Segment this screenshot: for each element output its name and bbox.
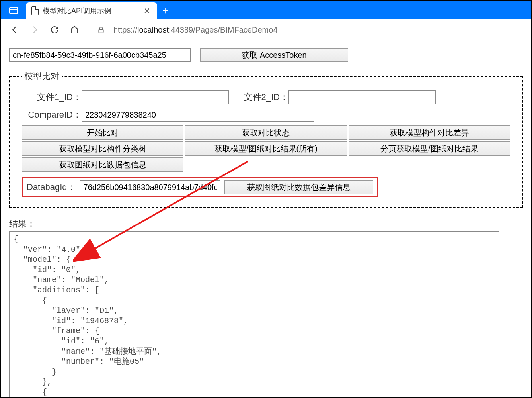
compareid-label: CompareID：	[22, 109, 82, 121]
access-token-input[interactable]	[9, 48, 191, 62]
compareid-row: CompareID：	[22, 108, 510, 122]
get-all-compare-result-button[interactable]: 获取模型/图纸对比结果(所有)	[185, 141, 347, 156]
home-button[interactable]	[66, 22, 82, 38]
compare-fieldset: 模型比对 文件1_ID： 文件2_ID： CompareID： 开始比对 获取对…	[9, 71, 523, 208]
url-host: localhost	[137, 25, 169, 34]
compare-button-grid: 开始比对 获取对比状态 获取模型构件对比差异 获取模型对比构件分类树 获取模型/…	[22, 125, 510, 172]
lock-icon	[94, 24, 108, 36]
file-id-row: 文件1_ID： 文件2_ID：	[22, 90, 510, 104]
url-path: /Pages/BIMFaceDemo4	[193, 25, 277, 34]
tab-title: 模型对比API调用示例	[43, 6, 138, 16]
get-model-compare-tree-button[interactable]: 获取模型对比构件分类树	[22, 141, 183, 156]
toolbar: https://localhost:44389/Pages/BIMFaceDem…	[1, 19, 531, 41]
get-compare-status-button[interactable]: 获取对比状态	[185, 125, 347, 140]
tabs-area: 模型对比API调用示例 ✕	[26, 1, 157, 19]
get-access-token-button[interactable]: 获取 AccessToken	[200, 48, 348, 62]
tab-actions-button[interactable]	[1, 1, 26, 19]
url-port: :44389	[169, 25, 193, 34]
get-databag-diff-button[interactable]: 获取图纸对比数据包差异信息	[224, 180, 373, 194]
get-drawing-databag-info-button[interactable]: 获取图纸对比数据包信息	[22, 157, 183, 172]
databag-label: DatabagId：	[27, 181, 76, 193]
get-paged-compare-result-button[interactable]: 分页获取模型/图纸对比结果	[349, 141, 510, 156]
browser-window: 模型对比API调用示例 ✕ ＋ https://localhost:44389/…	[0, 0, 532, 398]
forward-button[interactable]	[27, 22, 43, 38]
token-row: 获取 AccessToken	[9, 48, 523, 62]
start-compare-button[interactable]: 开始比对	[22, 125, 183, 140]
databag-row: DatabagId： 获取图纸对比数据包差异信息	[22, 177, 378, 197]
new-tab-button[interactable]: ＋	[157, 1, 174, 19]
titlebar: 模型对比API调用示例 ✕ ＋	[1, 1, 531, 19]
address-bar[interactable]: https://localhost:44389/Pages/BIMFaceDem…	[86, 24, 525, 36]
url-proto: https://	[113, 25, 137, 34]
result-textarea[interactable]	[9, 231, 499, 398]
file1-label: 文件1_ID：	[22, 91, 82, 103]
page-content: 获取 AccessToken 模型比对 文件1_ID： 文件2_ID： Comp…	[1, 41, 531, 398]
compare-legend: 模型比对	[22, 71, 62, 82]
compareid-input[interactable]	[82, 108, 314, 122]
svg-rect-0	[99, 29, 103, 33]
get-model-element-diff-button[interactable]: 获取模型构件对比差异	[349, 125, 510, 140]
file2-input[interactable]	[288, 90, 436, 104]
file1-input[interactable]	[82, 90, 229, 104]
back-button[interactable]	[7, 22, 23, 38]
close-tab-button[interactable]: ✕	[142, 6, 152, 16]
refresh-button[interactable]	[47, 22, 62, 38]
databag-input[interactable]	[80, 180, 221, 194]
tab-manager-icon	[9, 7, 18, 14]
browser-tab[interactable]: 模型对比API调用示例 ✕	[26, 2, 157, 19]
file2-label: 文件2_ID：	[241, 91, 288, 103]
url-text: https://localhost:44389/Pages/BIMFaceDem…	[113, 25, 277, 35]
page-icon	[31, 6, 39, 15]
result-label: 结果：	[9, 218, 523, 230]
